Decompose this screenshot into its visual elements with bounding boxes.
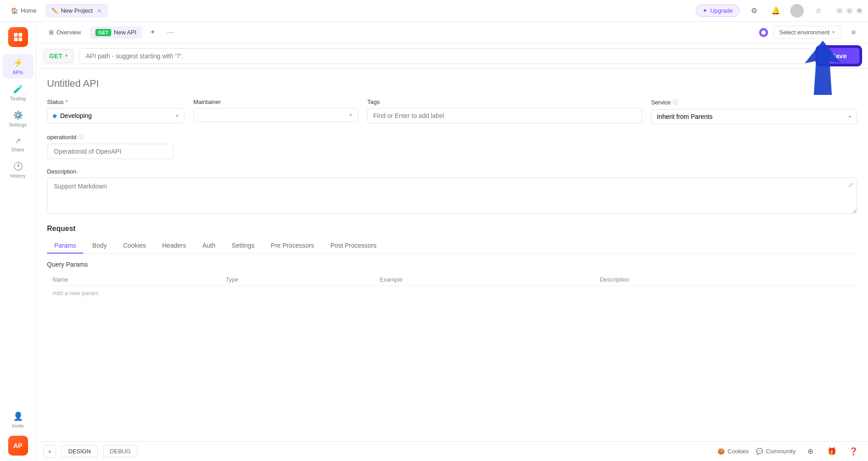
- overview-tab[interactable]: ⊞ Overview: [43, 26, 86, 38]
- more-tabs-button[interactable]: ···: [164, 25, 178, 40]
- method-chevron-icon: ▾: [65, 53, 68, 59]
- notifications-icon[interactable]: 🔔: [769, 4, 783, 18]
- svg-rect-2: [14, 38, 18, 41]
- sidebar-item-apis[interactable]: ⚡ APIs: [3, 54, 33, 79]
- svg-rect-3: [19, 38, 22, 41]
- maintainer-chevron-icon: ▾: [349, 112, 352, 118]
- api-tab[interactable]: GET New API: [90, 26, 142, 39]
- testing-icon: 🧪: [13, 84, 23, 94]
- url-bar: GET ▾ Save: [36, 43, 868, 69]
- method-select[interactable]: GET ▾: [43, 49, 74, 63]
- maintainer-field: Maintainer ▾: [193, 99, 359, 122]
- status-select[interactable]: Developing ▾: [47, 108, 184, 123]
- svg-rect-1: [19, 33, 22, 37]
- service-label: Service ⓘ: [651, 99, 857, 106]
- tab-post-processors[interactable]: Post Processors: [323, 238, 384, 254]
- settings-label: Settings: [9, 122, 27, 127]
- operation-id-input[interactable]: [47, 144, 174, 159]
- tab-pre-processors[interactable]: Pre Processors: [264, 238, 321, 254]
- env-icon: [759, 28, 768, 37]
- tab-headers[interactable]: Headers: [155, 238, 193, 254]
- community-link[interactable]: 💬 Community: [756, 448, 796, 455]
- expand-icon: »: [48, 448, 52, 455]
- apis-icon: ⚡: [13, 58, 23, 68]
- settings-icon[interactable]: ⚙: [747, 4, 761, 18]
- sidebar-item-testing[interactable]: 🧪 Testing: [3, 80, 33, 105]
- home-icon: 🏠: [11, 7, 18, 14]
- method-value: GET: [49, 52, 62, 60]
- upgrade-label: Upgrade: [710, 7, 733, 14]
- project-tab-label: New Project: [61, 7, 93, 14]
- app-logo: [8, 27, 28, 47]
- sidebar-item-settings[interactable]: ⚙️ Settings: [3, 107, 33, 131]
- metadata-row: Status * Developing ▾ Maintainer ▾: [47, 99, 857, 124]
- method-badge: GET: [95, 29, 111, 36]
- add-tab-button[interactable]: +: [146, 25, 160, 40]
- window-close-button[interactable]: ✕: [856, 8, 863, 14]
- url-input[interactable]: [79, 48, 811, 64]
- operation-id-info-icon[interactable]: ⓘ: [78, 133, 84, 141]
- query-params-title: Query Params: [47, 261, 857, 268]
- maximize-button[interactable]: □: [846, 8, 853, 14]
- sidebar-item-share[interactable]: ↗ Share: [3, 133, 33, 156]
- cookies-link[interactable]: 🍪 Cookies: [717, 448, 749, 455]
- gift-icon[interactable]: 🎁: [825, 444, 839, 459]
- expand-button[interactable]: »: [43, 445, 56, 458]
- description-field: Description ⤢: [47, 168, 857, 216]
- bookmark-icon[interactable]: ☆: [811, 4, 826, 18]
- description-textarea[interactable]: [47, 178, 857, 214]
- question-icon[interactable]: ❓: [846, 444, 861, 459]
- upgrade-button[interactable]: ✦ Upgrade: [696, 5, 740, 17]
- tab-settings[interactable]: Settings: [224, 238, 262, 254]
- menu-button[interactable]: ≡: [846, 25, 861, 40]
- env-selector[interactable]: Select environment ▾: [774, 26, 841, 39]
- community-label: Community: [766, 448, 796, 455]
- user-avatar[interactable]: [790, 4, 804, 18]
- description-wrapper: ⤢: [47, 178, 857, 216]
- save-button[interactable]: Save: [817, 47, 861, 65]
- tab-body[interactable]: Body: [85, 238, 114, 254]
- bottom-bar: » DESIGN DEBUG 🍪 Cookies 💬 Community ⊕ 🎁: [36, 441, 868, 461]
- tab-auth[interactable]: Auth: [195, 238, 223, 254]
- home-tab-label: Home: [21, 7, 37, 14]
- status-chevron-icon: ▾: [176, 113, 179, 119]
- close-tab-icon[interactable]: ✕: [97, 8, 102, 14]
- cookies-icon: 🍪: [717, 448, 725, 455]
- tab-cookies[interactable]: Cookies: [116, 238, 153, 254]
- service-chevron-icon: ▾: [849, 114, 851, 120]
- edit-icon: ✏️: [52, 8, 58, 14]
- col-description: Description: [594, 273, 857, 286]
- settings-icon: ⚙️: [13, 110, 23, 120]
- api-title-input[interactable]: [47, 78, 857, 89]
- invite-icon: 👤: [13, 411, 23, 421]
- sidebar-item-history[interactable]: 🕐 History: [3, 158, 33, 182]
- params-table: Name Type Example Description Add a new …: [47, 273, 857, 301]
- col-example: Example: [374, 273, 594, 286]
- status-label: Status *: [47, 99, 184, 105]
- sidebar: ⚡ APIs 🧪 Testing ⚙️ Settings ↗ Share 🕐 H…: [0, 22, 36, 461]
- service-select[interactable]: Inherit from Parents ▾: [651, 109, 857, 124]
- status-value: Developing: [60, 112, 92, 119]
- minimize-button[interactable]: ─: [836, 8, 843, 14]
- sidebar-footer-logo: AP: [8, 436, 28, 456]
- history-icon: 🕐: [13, 161, 23, 171]
- design-button[interactable]: DESIGN: [61, 445, 98, 457]
- title-bar: 🏠 Home ✏️ New Project ✕ ✦ Upgrade ⚙ 🔔 ☆ …: [0, 0, 868, 22]
- home-tab[interactable]: 🏠 Home: [5, 5, 42, 17]
- overview-tab-label: Overview: [57, 29, 81, 36]
- apis-label: APIs: [13, 70, 23, 75]
- project-tab[interactable]: ✏️ New Project ✕: [46, 4, 108, 17]
- tags-field: Tags: [367, 99, 642, 123]
- tab-params[interactable]: Params: [47, 238, 83, 254]
- status-dot: [53, 114, 57, 118]
- maintainer-select[interactable]: ▾: [193, 108, 359, 122]
- service-info-icon[interactable]: ⓘ: [673, 99, 678, 106]
- sidebar-item-invite[interactable]: 👤 Invite: [3, 408, 33, 432]
- env-chevron-icon: ▾: [832, 29, 835, 35]
- help-icon[interactable]: ⊕: [803, 444, 817, 459]
- description-label: Description: [47, 168, 857, 175]
- invite-label: Invite: [12, 423, 24, 428]
- tags-input[interactable]: [367, 108, 642, 123]
- debug-button[interactable]: DEBUG: [103, 445, 137, 457]
- table-row[interactable]: Add a new param: [47, 286, 857, 301]
